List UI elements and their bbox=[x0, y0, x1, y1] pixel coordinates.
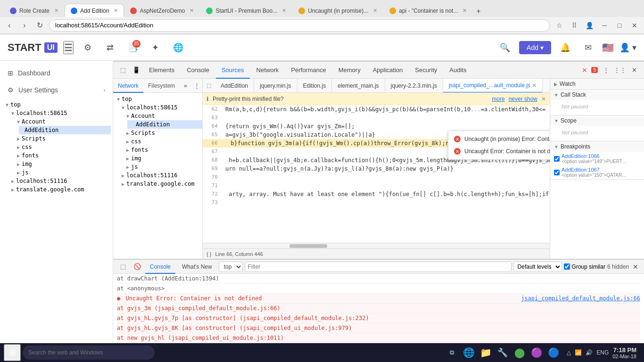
console-group-similar-cb[interactable] bbox=[564, 263, 570, 270]
taskbar-tool-icon[interactable]: 🔧 bbox=[495, 345, 510, 360]
source-tree-css[interactable]: ▶ css bbox=[123, 137, 202, 146]
tree-item-translate[interactable]: ▶ translate.google.com bbox=[8, 185, 111, 194]
minimize-btn[interactable]: ─ bbox=[599, 20, 610, 31]
taskbar-edge-icon[interactable]: 🌐 bbox=[461, 345, 476, 360]
tab-aspnetzero[interactable]: AspNetZeroDemo ✕ bbox=[124, 4, 200, 17]
tab-api[interactable]: api - "Container is not... ✕ bbox=[383, 4, 473, 17]
source-tree-scripts[interactable]: ▶ Scripts bbox=[123, 129, 202, 137]
devtools-more-btn[interactable]: ⋮ bbox=[600, 64, 612, 76]
tab-close-active-btn[interactable]: ✕ bbox=[114, 8, 118, 14]
devtools-tab-security[interactable]: Security bbox=[409, 62, 443, 79]
src-tab-jsapi-close[interactable]: ✕ bbox=[532, 79, 537, 92]
devtools-tab-sources[interactable]: Sources bbox=[216, 62, 250, 79]
breakpoint-cb-1[interactable] bbox=[554, 156, 560, 162]
tree-item-fonts[interactable]: ▶ fonts bbox=[13, 151, 111, 160]
console-close-btn[interactable]: ✕ bbox=[631, 262, 640, 272]
tree-item-addedition[interactable]: AddEdition bbox=[19, 126, 111, 134]
bookmark-count-btn[interactable]: 📑 35 bbox=[124, 39, 141, 56]
tree-item-localhost[interactable]: ▼ localhost:58615 bbox=[8, 109, 111, 117]
console-tab-whatsnew[interactable]: What's New bbox=[177, 260, 217, 274]
taskbar-explorer-icon[interactable]: 📁 bbox=[478, 345, 493, 360]
error-file-link[interactable]: jsapi_compiled_default_module.js:66 bbox=[521, 295, 640, 302]
breakpoint-cb-2[interactable] bbox=[554, 170, 560, 175]
console-level-select[interactable]: Default levels bbox=[513, 262, 562, 272]
magic-btn[interactable]: ✦ bbox=[147, 39, 164, 56]
horizontal-scrollbar[interactable] bbox=[203, 243, 550, 248]
forward-btn[interactable]: › bbox=[19, 20, 30, 31]
devtools-device-btn[interactable]: 📱 bbox=[130, 64, 142, 76]
tree-item-account[interactable]: ▼ Account bbox=[13, 117, 111, 126]
refresh-btn[interactable]: ↻ bbox=[34, 20, 45, 31]
source-tab-jquery[interactable]: jquery.min.js bbox=[254, 79, 297, 93]
taskbar-up-arrow[interactable]: △ bbox=[567, 349, 571, 356]
address-input[interactable] bbox=[49, 19, 550, 32]
devtools-network-tab[interactable]: Network bbox=[113, 79, 143, 93]
sidebar-item-dashboard[interactable]: ⊞ Dashboard bbox=[0, 65, 113, 82]
devtools-tab-performance[interactable]: Performance bbox=[285, 62, 331, 79]
source-tree-localhost[interactable]: ▼ localhost:58615 bbox=[118, 103, 202, 112]
source-tree-localhost2[interactable]: ▶ localhost:51116 bbox=[118, 171, 202, 180]
devtools-inspect-btn[interactable]: ⬚ bbox=[117, 64, 129, 76]
tab-close-2-btn[interactable]: ✕ bbox=[190, 8, 194, 14]
taskbar-task-view-btn[interactable]: ⧉ bbox=[444, 345, 459, 360]
user-profile-btn[interactable]: 👤 bbox=[584, 20, 595, 31]
taskbar-chrome-icon[interactable]: ⬤ bbox=[512, 345, 527, 360]
messages-btn[interactable]: ✉ bbox=[579, 39, 596, 56]
source-tab-edition[interactable]: Edition.js bbox=[297, 79, 332, 93]
tree-item-top[interactable]: ▼ top bbox=[2, 100, 111, 109]
console-filter-input[interactable] bbox=[245, 262, 512, 272]
devtools-left-menu-btn[interactable]: ⋮ bbox=[191, 80, 202, 91]
source-tab-addedition[interactable]: AddEdition bbox=[215, 79, 254, 93]
scope-section-header[interactable]: ▼ Scope bbox=[550, 115, 644, 126]
devtools-tab-elements[interactable]: Elements bbox=[143, 62, 180, 79]
source-tree-img[interactable]: ▶ img bbox=[123, 154, 202, 163]
breakpoints-section-header[interactable]: ▼ Breakpoints bbox=[550, 141, 644, 152]
settings-icon[interactable]: ⠿ bbox=[569, 20, 580, 31]
hamburger-menu-btn[interactable]: ☰ bbox=[63, 41, 74, 54]
add-button[interactable]: Add ▾ bbox=[519, 41, 551, 54]
search-btn[interactable]: 🔍 bbox=[496, 39, 513, 56]
close-browser-btn[interactable]: ✕ bbox=[629, 20, 640, 31]
source-tab-elementmain[interactable]: element_main.js bbox=[332, 79, 385, 93]
tab-close-btn[interactable]: ✕ bbox=[54, 8, 58, 14]
tree-item-img[interactable]: ▶ img bbox=[13, 160, 111, 168]
taskbar-search-input[interactable] bbox=[23, 346, 155, 360]
tab-add-edition[interactable]: Add Edition ✕ bbox=[65, 4, 124, 17]
devtools-tab-audits[interactable]: Audits bbox=[444, 62, 472, 79]
source-tree-top[interactable]: ▼ top bbox=[113, 95, 202, 103]
devtools-settings-btn[interactable]: ⋮⋮ bbox=[614, 64, 626, 76]
source-expand-btn[interactable]: ⬚ bbox=[203, 80, 215, 92]
never-show-link[interactable]: never show bbox=[509, 96, 537, 102]
devtools-tab-application[interactable]: Application bbox=[367, 62, 409, 79]
sidebar-item-user-settings[interactable]: ⚙ User Settings › bbox=[0, 82, 113, 99]
source-tree-account[interactable]: ▼ Account bbox=[123, 112, 202, 120]
tab-close-5-btn[interactable]: ✕ bbox=[462, 8, 467, 14]
error-popup-item-1[interactable]: ✕ Uncaught (in promise) Error: Container… bbox=[448, 133, 550, 145]
taskbar-vs-icon[interactable]: 🟣 bbox=[529, 345, 544, 360]
new-tab-btn[interactable]: + bbox=[473, 6, 484, 17]
source-tree-fonts[interactable]: ▶ fonts bbox=[123, 146, 202, 154]
devtools-tab-network[interactable]: Network bbox=[251, 62, 285, 79]
tree-item-scripts[interactable]: ▶ Scripts bbox=[13, 134, 111, 143]
tab-close-3-btn[interactable]: ✕ bbox=[282, 8, 286, 14]
tab-startui[interactable]: StartUI - Premium Boo... ✕ bbox=[200, 4, 292, 17]
watch-section-header[interactable]: ▶ Watch bbox=[550, 79, 644, 89]
source-tree-js[interactable]: ▶ js bbox=[123, 163, 202, 171]
devtools-filesystem-tab[interactable]: Filesystem bbox=[143, 79, 180, 93]
taskbar-extra-icon[interactable]: 🔵 bbox=[546, 345, 561, 360]
tree-item-css[interactable]: ▶ css bbox=[13, 143, 111, 151]
user-menu-btn[interactable]: 👤 ▾ bbox=[619, 39, 636, 56]
devtools-left-more-btn[interactable]: » bbox=[180, 80, 191, 91]
console-target-select[interactable]: top bbox=[219, 262, 243, 272]
console-clear-btn[interactable]: 🚫 bbox=[131, 261, 143, 273]
breakpoint-loc-1[interactable]: AddEdition:1066 bbox=[561, 153, 627, 159]
devtools-close-btn[interactable]: ✕ bbox=[628, 64, 640, 76]
tab-uncaught[interactable]: Uncaught (in promise)... ✕ bbox=[292, 4, 383, 17]
console-group-similar-label[interactable]: Group similar bbox=[564, 263, 605, 270]
tab-role-create[interactable]: Role Create ✕ bbox=[4, 4, 65, 17]
console-tab-main[interactable]: Console bbox=[145, 260, 175, 274]
globe-btn[interactable]: 🌐 bbox=[170, 39, 187, 56]
tab-close-4-btn[interactable]: ✕ bbox=[373, 8, 377, 14]
callstack-section-header[interactable]: ▼ Call Stack bbox=[550, 90, 644, 100]
more-link[interactable]: more bbox=[492, 96, 504, 102]
